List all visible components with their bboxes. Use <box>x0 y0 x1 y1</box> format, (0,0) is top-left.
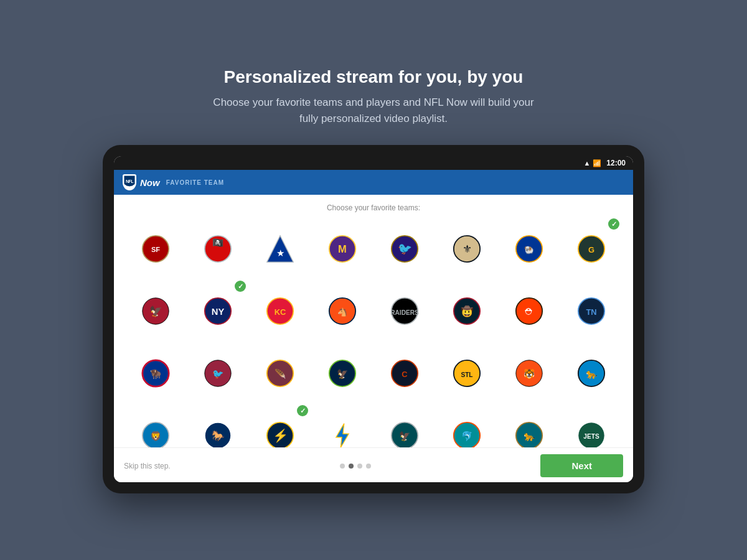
team-rams[interactable]: 🐏 <box>500 220 558 278</box>
team-bengals[interactable]: 🐯 <box>500 344 558 403</box>
team-bears[interactable]: C <box>375 344 434 403</box>
svg-text:⛑: ⛑ <box>525 307 534 317</box>
selected-badge-giants: ✓ <box>235 281 246 292</box>
page-wrapper: Personalized stream for you, by you Choo… <box>0 67 747 494</box>
header-section: Personalized stream for you, by you Choo… <box>151 67 596 127</box>
svg-text:⚡: ⚡ <box>273 429 289 444</box>
svg-text:🤠: 🤠 <box>461 306 474 319</box>
team-saints[interactable]: ⚜ <box>438 220 496 278</box>
dot-3 <box>357 464 362 469</box>
nfl-logo-area: NFL Now FAVORITE TEAM <box>123 174 224 190</box>
team-vikings[interactable]: M <box>313 220 372 278</box>
favorite-team-label: FAVORITE TEAM <box>166 179 224 186</box>
dot-4 <box>366 464 371 469</box>
team-ravens[interactable]: 🐦 <box>375 220 434 278</box>
footer-bar: Skip this step. Next <box>114 447 633 482</box>
status-bar: ▲ 📶 12:00 <box>114 156 633 170</box>
team-eagles[interactable]: 🦅 <box>375 406 434 447</box>
svg-text:NFL: NFL <box>126 179 134 184</box>
svg-text:🐦: 🐦 <box>212 369 224 380</box>
team-jets[interactable]: JETS <box>562 406 621 447</box>
team-buccaneers[interactable]: 🏴‍☠️ <box>189 220 247 278</box>
svg-text:★: ★ <box>276 248 284 258</box>
team-titans[interactable]: TN <box>562 282 621 340</box>
svg-text:NY: NY <box>212 307 225 317</box>
choose-teams-label: Choose your favorite teams: <box>126 203 621 212</box>
team-texans[interactable]: 🤠 <box>438 282 496 340</box>
svg-text:🐏: 🐏 <box>524 246 535 256</box>
svg-text:🦅: 🦅 <box>399 431 411 442</box>
team-broncos[interactable]: 🐴 <box>313 282 372 340</box>
team-falcons[interactable]: 🦅 <box>126 282 185 340</box>
team-chargers[interactable]: ⚡ ✓ <box>251 406 309 447</box>
selected-badge-chargers: ✓ <box>297 405 308 416</box>
svg-text:🦅: 🦅 <box>337 369 349 380</box>
svg-text:🪶: 🪶 <box>275 369 286 380</box>
svg-text:C: C <box>402 370 407 379</box>
team-redskins[interactable]: 🪶 <box>251 344 309 403</box>
team-steelers[interactable]: STL <box>438 344 496 403</box>
selected-badge-packers: ✓ <box>608 218 619 230</box>
next-button[interactable]: Next <box>540 454 623 477</box>
svg-text:🐴: 🐴 <box>337 308 348 318</box>
team-browns[interactable]: ⛑ <box>500 282 558 340</box>
page-dots-indicator <box>340 464 371 469</box>
team-49ers[interactable]: SF <box>126 220 185 278</box>
svg-text:🐯: 🐯 <box>524 369 535 380</box>
teams-grid: SF 🏴‍☠️ ★ <box>126 220 621 447</box>
svg-text:JETS: JETS <box>583 433 599 440</box>
dot-2 <box>349 464 354 469</box>
dot-1 <box>340 464 345 469</box>
team-chargers-bolt[interactable] <box>313 406 372 447</box>
team-cowboys[interactable]: ★ <box>251 220 309 278</box>
svg-text:🏴‍☠️: 🏴‍☠️ <box>212 238 224 249</box>
tablet-screen: ▲ 📶 12:00 NFL Now FAVORITE TEAM <box>114 156 633 482</box>
svg-text:⚜: ⚜ <box>463 244 472 256</box>
team-colts[interactable]: 🐎 <box>189 406 247 447</box>
status-icons: ▲ 📶 12:00 <box>583 159 626 167</box>
nfl-shield-icon: NFL <box>123 174 136 190</box>
svg-text:🦬: 🦬 <box>150 369 162 380</box>
svg-text:G: G <box>588 245 594 254</box>
svg-text:🐆: 🐆 <box>586 369 598 380</box>
page-title: Personalized stream for you, by you <box>213 67 533 88</box>
page-subtitle: Choose your favorite teams and players a… <box>213 95 533 126</box>
svg-text:KC: KC <box>275 308 286 317</box>
team-dolphins[interactable]: 🐬 <box>438 406 496 447</box>
status-time: 12:00 <box>606 159 626 167</box>
team-panthers[interactable]: 🐆 <box>562 344 621 403</box>
app-header: NFL Now FAVORITE TEAM <box>114 170 633 195</box>
svg-text:🦁: 🦁 <box>150 431 162 442</box>
svg-text:🐆: 🐆 <box>524 431 535 442</box>
svg-text:TN: TN <box>586 307 596 317</box>
svg-text:🐬: 🐬 <box>461 431 473 442</box>
team-bills[interactable]: 🦬 <box>126 344 185 403</box>
app-content: Choose your favorite teams: SF <box>114 195 633 447</box>
team-raiders[interactable]: RAIDERS <box>375 282 434 340</box>
now-brand-text: Now <box>140 177 160 188</box>
team-giants[interactable]: NY ✓ <box>189 282 247 340</box>
skip-step-link[interactable]: Skip this step. <box>124 462 171 470</box>
team-cardinals[interactable]: 🐦 <box>189 344 247 403</box>
tablet-frame: ▲ 📶 12:00 NFL Now FAVORITE TEAM <box>103 145 644 493</box>
signal-icon: 📶 <box>593 159 601 167</box>
svg-text:RAIDERS: RAIDERS <box>390 310 419 317</box>
wifi-icon: ▲ <box>583 159 590 167</box>
svg-text:🦅: 🦅 <box>149 306 162 319</box>
team-lions[interactable]: 🦁 <box>126 406 185 447</box>
team-chiefs[interactable]: KC <box>251 282 309 340</box>
svg-text:STL: STL <box>461 371 472 378</box>
team-packers[interactable]: G ✓ <box>562 220 621 278</box>
team-seahawks[interactable]: 🦅 <box>313 344 372 403</box>
svg-text:🐎: 🐎 <box>212 430 225 443</box>
team-jaguars[interactable]: 🐆 <box>500 406 558 447</box>
svg-text:🐦: 🐦 <box>398 242 412 256</box>
svg-text:SF: SF <box>151 246 160 253</box>
svg-text:M: M <box>338 243 347 255</box>
